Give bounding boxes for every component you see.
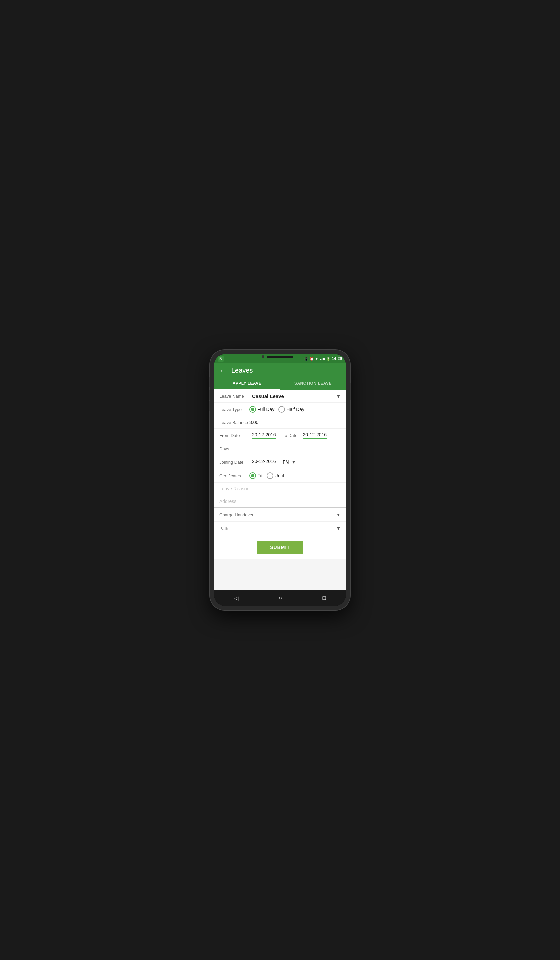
session-dropdown[interactable]: FN ▼ xyxy=(283,459,296,465)
status-bar: N 📳 ⏰ ▼ LTE 🔋 14:29 xyxy=(214,354,346,363)
days-row: Days xyxy=(214,442,346,455)
lte-icon: LTE xyxy=(320,357,325,360)
leave-balance-row: Leave Balance 3.00 xyxy=(214,416,346,429)
full-day-label: Full Day xyxy=(258,407,274,412)
leave-balance-value: 3.00 xyxy=(249,420,258,425)
status-time: 14:29 xyxy=(332,356,342,361)
from-date-label: From Date xyxy=(219,433,249,438)
to-date-value[interactable]: 20-12-2016 xyxy=(302,432,327,439)
joining-date-label: Joining Date xyxy=(219,460,249,465)
submit-button[interactable]: SUBMIT xyxy=(257,541,303,554)
leave-name-value: Casual Leave xyxy=(252,393,336,399)
days-label: Days xyxy=(219,446,229,451)
tab-sanction-leave[interactable]: SANCTION LEAVE xyxy=(280,378,346,390)
vibrate-icon: 📳 xyxy=(304,357,308,361)
address-input[interactable] xyxy=(214,495,346,508)
date-row: From Date 20-12-2016 To Date 20-12-2016 xyxy=(214,429,346,442)
nav-bar: ◁ ○ □ xyxy=(214,590,346,606)
full-day-radio[interactable] xyxy=(249,406,256,413)
form-content: Leave Name Casual Leave ▼ Leave Type Ful… xyxy=(214,390,346,590)
path-arrow[interactable]: ▼ xyxy=(336,526,341,531)
tab-apply-leave[interactable]: APPLY LEAVE xyxy=(214,378,280,390)
leave-type-radio-group: Full Day Half Day xyxy=(249,406,304,413)
from-date-value[interactable]: 20-12-2016 xyxy=(252,432,276,439)
session-value: FN xyxy=(283,459,289,465)
full-day-option[interactable]: Full Day xyxy=(249,406,274,413)
to-date-label: To Date xyxy=(283,433,298,438)
leave-type-row: Leave Type Full Day Half Day xyxy=(214,403,346,416)
address-row xyxy=(214,495,346,508)
app-header: ← Leaves xyxy=(214,363,346,378)
form-section-main: Leave Name Casual Leave ▼ Leave Type Ful… xyxy=(214,390,346,559)
certificates-radio-group: Fit Unfit xyxy=(249,472,284,479)
leave-name-label: Leave Name xyxy=(219,394,249,398)
half-day-radio[interactable] xyxy=(278,406,285,413)
half-day-option[interactable]: Half Day xyxy=(278,406,304,413)
back-button[interactable]: ← xyxy=(219,366,226,374)
nav-recent-button[interactable]: □ xyxy=(317,592,331,604)
leave-balance-label: Leave Balance xyxy=(219,420,249,425)
charge-handover-row[interactable]: Charge Handover ▼ xyxy=(214,508,346,522)
nav-home-button[interactable]: ○ xyxy=(274,592,287,604)
leave-name-dropdown-arrow[interactable]: ▼ xyxy=(336,394,341,399)
leave-reason-input[interactable] xyxy=(214,483,346,495)
charge-handover-arrow[interactable]: ▼ xyxy=(336,512,341,517)
joining-date-value[interactable]: 20-12-2016 xyxy=(252,459,276,466)
n-logo: N xyxy=(218,356,224,362)
leave-reason-row xyxy=(214,483,346,495)
tab-bar: APPLY LEAVE SANCTION LEAVE xyxy=(214,378,346,390)
half-day-label: Half Day xyxy=(286,407,304,412)
fit-radio[interactable] xyxy=(249,472,256,479)
certificates-row: Certificates Fit Unfit xyxy=(214,469,346,483)
battery-icon: 🔋 xyxy=(326,357,330,361)
charge-handover-label: Charge Handover xyxy=(219,512,254,517)
certificates-label: Certificates xyxy=(219,473,249,478)
joining-date-row: Joining Date 20-12-2016 FN ▼ xyxy=(214,455,346,469)
alarm-icon: ⏰ xyxy=(310,357,314,361)
unfit-option[interactable]: Unfit xyxy=(267,472,284,479)
unfit-label: Unfit xyxy=(275,473,284,478)
leave-type-label: Leave Type xyxy=(219,407,249,412)
wifi-icon: ▼ xyxy=(315,357,318,361)
fit-option[interactable]: Fit xyxy=(249,472,263,479)
path-row[interactable]: Path ▼ xyxy=(214,522,346,535)
fit-label: Fit xyxy=(258,473,263,478)
status-right: 📳 ⏰ ▼ LTE 🔋 14:29 xyxy=(304,356,342,361)
session-dropdown-arrow[interactable]: ▼ xyxy=(291,459,296,465)
path-label: Path xyxy=(219,526,228,531)
submit-area: SUBMIT xyxy=(214,535,346,559)
app-title: Leaves xyxy=(231,366,253,374)
leave-name-row: Leave Name Casual Leave ▼ xyxy=(214,390,346,403)
nav-back-button[interactable]: ◁ xyxy=(229,592,244,604)
status-left: N xyxy=(218,356,224,362)
unfit-radio[interactable] xyxy=(267,472,274,479)
